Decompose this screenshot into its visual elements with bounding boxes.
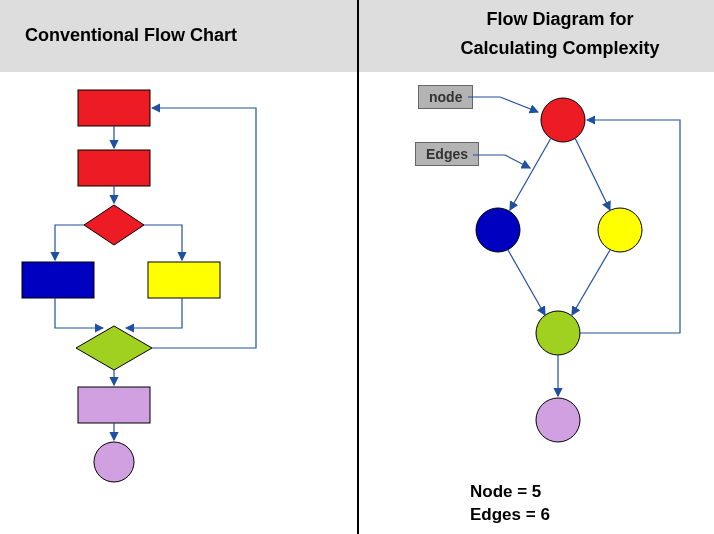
flowchart-rect-purple (78, 387, 150, 423)
arrow (144, 225, 182, 260)
label-pointer-node (468, 97, 538, 112)
diagram-svg (0, 0, 714, 534)
edge (508, 250, 545, 315)
graph-node-green (536, 311, 580, 355)
flowchart-terminator (94, 442, 134, 482)
edge (510, 138, 551, 210)
arrow (126, 298, 182, 328)
edge (575, 138, 610, 210)
graph-node-red (541, 98, 585, 142)
label-pointer-edges (473, 155, 530, 168)
flowchart-diamond-green (76, 326, 152, 370)
flowchart-rect-yellow (148, 262, 220, 298)
edge (572, 250, 610, 315)
flowchart-rect-red-1 (78, 90, 150, 126)
flowchart-rect-red-2 (78, 150, 150, 186)
arrow-loopback (152, 108, 256, 348)
graph-node-purple (536, 398, 580, 442)
arrow (55, 225, 84, 260)
graph-node-yellow (598, 208, 642, 252)
flowchart-rect-blue (22, 262, 94, 298)
graph-node-blue (476, 208, 520, 252)
arrow (55, 298, 103, 328)
flowchart-diamond-red (84, 205, 144, 245)
